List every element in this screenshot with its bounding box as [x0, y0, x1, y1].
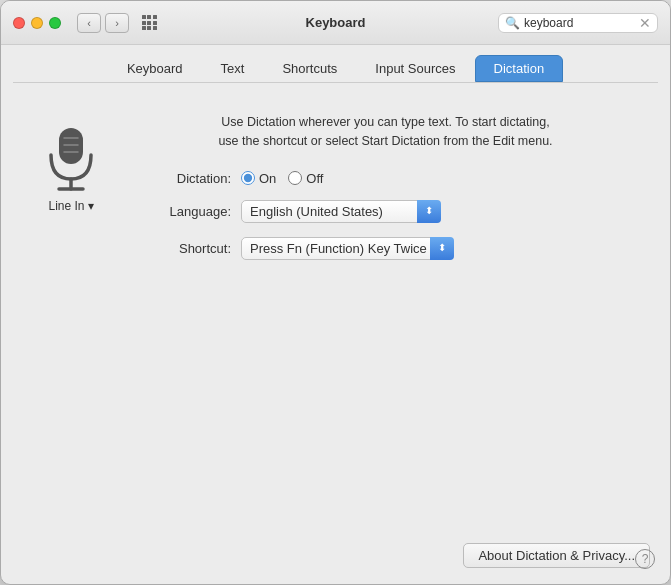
settings-grid: Dictation: On Off [131, 171, 640, 260]
search-bar: 🔍 ✕ [498, 13, 658, 33]
tabbar: Keyboard Text Shortcuts Input Sources Di… [1, 45, 670, 82]
tab-input-sources[interactable]: Input Sources [356, 55, 474, 82]
search-clear-icon[interactable]: ✕ [639, 16, 651, 30]
dictation-on-label: On [259, 171, 276, 186]
minimize-button[interactable] [31, 17, 43, 29]
description-text: Use Dictation wherever you can type text… [131, 113, 640, 151]
dictation-on-option[interactable]: On [241, 171, 276, 186]
line-in-text: Line In [48, 199, 84, 213]
grid-icon [142, 15, 157, 30]
tab-shortcuts[interactable]: Shortcuts [263, 55, 356, 82]
titlebar: ‹ › Keyboard 🔍 ✕ [1, 1, 670, 45]
dictation-toggle-row: Dictation: On Off [151, 171, 323, 186]
tab-keyboard[interactable]: Keyboard [108, 55, 202, 82]
shortcut-field-label: Shortcut: [151, 241, 231, 256]
dictation-radio-group: On Off [241, 171, 323, 186]
shortcut-select-wrapper: Press Fn (Function) Key Twice ⬍ [241, 237, 454, 260]
language-field-label: Language: [151, 204, 231, 219]
search-icon: 🔍 [505, 16, 520, 30]
window-title: Keyboard [306, 15, 366, 30]
language-select-wrapper: English (United States) ⬍ [241, 200, 441, 223]
footer: About Dictation & Privacy... [1, 533, 670, 584]
line-in-selector[interactable]: Line In ▾ [48, 199, 93, 213]
grid-button[interactable] [137, 13, 161, 33]
language-select[interactable]: English (United States) [241, 200, 441, 223]
dictation-off-radio[interactable] [288, 171, 302, 185]
tab-dictation[interactable]: Dictation [475, 55, 564, 82]
tab-text[interactable]: Text [202, 55, 264, 82]
back-button[interactable]: ‹ [77, 13, 101, 33]
maximize-button[interactable] [49, 17, 61, 29]
shortcut-row: Shortcut: Press Fn (Function) Key Twice … [151, 237, 454, 260]
nav-buttons: ‹ › [77, 13, 129, 33]
about-dictation-button[interactable]: About Dictation & Privacy... [463, 543, 650, 568]
language-row: Language: English (United States) ⬍ [151, 200, 441, 223]
search-input[interactable] [524, 16, 635, 30]
dictation-on-radio[interactable] [241, 171, 255, 185]
dictation-field-label: Dictation: [151, 171, 231, 186]
mic-section: Line In ▾ [31, 113, 111, 213]
traffic-lights [13, 17, 61, 29]
dictation-off-option[interactable]: Off [288, 171, 323, 186]
dictation-section: Line In ▾ Use Dictation wherever you can… [31, 113, 640, 260]
forward-button[interactable]: › [105, 13, 129, 33]
svg-rect-0 [59, 128, 83, 164]
line-in-chevron: ▾ [88, 199, 94, 213]
help-button[interactable]: ? [635, 549, 655, 569]
dictation-off-label: Off [306, 171, 323, 186]
main-content: Line In ▾ Use Dictation wherever you can… [1, 83, 670, 533]
window: ‹ › Keyboard 🔍 ✕ Keyboard Text Shortcuts [0, 0, 671, 585]
close-button[interactable] [13, 17, 25, 29]
microphone-icon [41, 123, 101, 193]
description-section: Use Dictation wherever you can type text… [131, 113, 640, 260]
shortcut-select[interactable]: Press Fn (Function) Key Twice [241, 237, 454, 260]
